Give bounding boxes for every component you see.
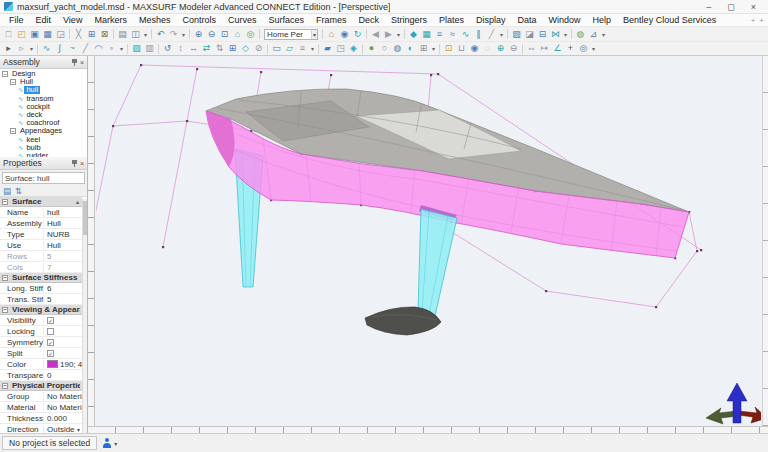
- checkbox-checked-icon[interactable]: ✓: [47, 339, 54, 346]
- section-header-viewing-appearance[interactable]: −Viewing & Appearance: [0, 305, 82, 315]
- add-surface-icon[interactable]: ▨: [130, 42, 143, 55]
- section-expander-icon[interactable]: −: [2, 275, 8, 281]
- next-view-icon[interactable]: ▶: [382, 28, 395, 41]
- flip-tool-icon[interactable]: ⇅: [213, 42, 226, 55]
- transom-surface[interactable]: [206, 111, 235, 167]
- section-header-physical-properties[interactable]: −Physical Properties: [0, 381, 82, 391]
- color-swatch[interactable]: [47, 360, 58, 368]
- close-icon[interactable]: ×: [80, 59, 84, 66]
- yacht-model-scene[interactable]: [96, 56, 761, 425]
- toolbar-caret-icon[interactable]: ▾: [430, 45, 437, 52]
- hide-icon[interactable]: ◌: [481, 42, 494, 55]
- polyline-tool-icon[interactable]: ╱: [79, 42, 92, 55]
- cut-icon[interactable]: ╳: [72, 28, 85, 41]
- pin-icon[interactable]: [72, 160, 77, 167]
- prop-value[interactable]: 190; 4: [44, 360, 82, 369]
- menu-markers[interactable]: Markers: [88, 15, 133, 25]
- dimension-icon[interactable]: ↦: [538, 42, 551, 55]
- rotate-tool-icon[interactable]: ↺: [161, 42, 174, 55]
- expand-plate-icon[interactable]: ◳: [334, 42, 347, 55]
- move-tool-icon[interactable]: ↔: [187, 42, 200, 55]
- pin-icon[interactable]: [72, 59, 77, 66]
- prop-value[interactable]: ✓: [44, 350, 82, 357]
- angle-icon[interactable]: ∠: [551, 42, 564, 55]
- tree-item-cockpit[interactable]: ∿cockpit: [0, 103, 87, 111]
- arc-tool-icon[interactable]: ◠: [92, 42, 105, 55]
- menu-overflow-icon[interactable]: +: [751, 16, 756, 25]
- save-all-icon[interactable]: ▦: [41, 28, 54, 41]
- display-shaded-icon[interactable]: ●: [365, 42, 378, 55]
- keel-surface[interactable]: [418, 205, 457, 316]
- menu-window[interactable]: Window: [543, 15, 587, 25]
- lock-icon[interactable]: ⊡: [442, 42, 455, 55]
- menu-display[interactable]: Display: [470, 15, 512, 25]
- prop-value[interactable]: 5: [44, 295, 82, 304]
- tree-item-design[interactable]: −Design: [0, 70, 87, 78]
- checkbox-checked-icon[interactable]: ✓: [47, 317, 54, 324]
- checkbox-unchecked-icon[interactable]: [47, 328, 54, 335]
- menu-bentley-cloud-services[interactable]: Bentley Cloud Services: [617, 15, 722, 25]
- tree-expander-icon[interactable]: −: [10, 128, 16, 134]
- menu-plates[interactable]: Plates: [433, 15, 470, 25]
- section-expander-icon[interactable]: −: [2, 199, 8, 205]
- scroll-up-icon[interactable]: ▴: [76, 198, 79, 205]
- toolbar-caret-icon[interactable]: ▾: [28, 45, 35, 52]
- marker-tool-icon[interactable]: ◆: [407, 28, 420, 41]
- print-icon[interactable]: ▤: [116, 28, 129, 41]
- perspective-viewport[interactable]: [88, 56, 768, 433]
- zoom-in-icon[interactable]: ⊕: [192, 28, 205, 41]
- plate-tool-icon[interactable]: ▰: [321, 42, 334, 55]
- group-icon[interactable]: ⊕: [494, 42, 507, 55]
- bulb-surface[interactable]: [365, 307, 441, 335]
- menu-controls[interactable]: Controls: [176, 15, 222, 25]
- menu-data[interactable]: Data: [512, 15, 543, 25]
- toolbar-caret-icon[interactable]: ▾: [309, 45, 316, 52]
- coord-icon[interactable]: +: [564, 42, 577, 55]
- toolbar-caret-icon[interactable]: ▾: [118, 45, 125, 52]
- display-grid-icon[interactable]: ⊞: [417, 42, 430, 55]
- section-header-surface[interactable]: −Surface▴: [0, 197, 82, 207]
- prop-value[interactable]: ✓: [44, 339, 82, 346]
- chevron-down-icon[interactable]: ▾: [311, 30, 317, 39]
- toolbar-caret-icon[interactable]: ▾: [395, 31, 402, 38]
- zoom-window-icon[interactable]: ⊡: [218, 28, 231, 41]
- frames-tool-icon[interactable]: ▭: [270, 42, 283, 55]
- target-icon[interactable]: ◎: [577, 42, 590, 55]
- home-view-icon[interactable]: ⌂: [325, 28, 338, 41]
- toolbar-caret-icon[interactable]: ▾: [562, 31, 569, 38]
- section-expander-icon[interactable]: −: [2, 383, 8, 389]
- delete-surface-icon[interactable]: ▥: [143, 42, 156, 55]
- tree-item-appendages[interactable]: −Appendages: [0, 127, 87, 135]
- section-expander-icon[interactable]: −: [2, 307, 8, 313]
- menu-help[interactable]: Help: [587, 15, 618, 25]
- select-all-icon[interactable]: ▹: [15, 42, 28, 55]
- select-icon[interactable]: ▸: [2, 42, 15, 55]
- toolbar-caret-icon[interactable]: ▾: [600, 31, 607, 38]
- toolbar-caret-icon[interactable]: ▾: [180, 31, 187, 38]
- tree-item-hull[interactable]: −Hull: [0, 78, 87, 86]
- restore-button[interactable]: ◻: [727, 2, 734, 12]
- waterlines-tool-icon[interactable]: ∿: [459, 28, 472, 41]
- prop-value[interactable]: 6: [44, 284, 82, 293]
- prop-value[interactable]: No Material: [44, 392, 82, 401]
- prop-value[interactable]: 0.000: [44, 414, 82, 423]
- properties-object-selector[interactable]: Surface: hull: [2, 172, 85, 184]
- close-icon[interactable]: ×: [80, 160, 84, 167]
- print-preview-icon[interactable]: ◫: [129, 28, 142, 41]
- deck-tool-icon[interactable]: ▱: [283, 42, 296, 55]
- open-icon[interactable]: ◰: [15, 28, 28, 41]
- toolbar-caret-icon[interactable]: ▾: [142, 31, 149, 38]
- close-file-icon[interactable]: ◲: [54, 28, 67, 41]
- prop-value[interactable]: 0: [44, 371, 82, 380]
- edit-curve-icon[interactable]: ∫: [53, 42, 66, 55]
- close-button[interactable]: ×: [751, 2, 756, 12]
- mirror-tool-icon[interactable]: ⇄: [200, 42, 213, 55]
- look-at-icon[interactable]: ◉: [338, 28, 351, 41]
- menu-frames[interactable]: Frames: [310, 15, 353, 25]
- show-icon[interactable]: ◉: [468, 42, 481, 55]
- prop-value[interactable]: Outside▾: [44, 425, 82, 434]
- tree-expander-icon[interactable]: −: [10, 79, 16, 85]
- zoom-out-icon[interactable]: ⊖: [205, 28, 218, 41]
- tree-expander-icon[interactable]: −: [2, 71, 8, 77]
- zoom-extents-icon[interactable]: ⌂: [231, 28, 244, 41]
